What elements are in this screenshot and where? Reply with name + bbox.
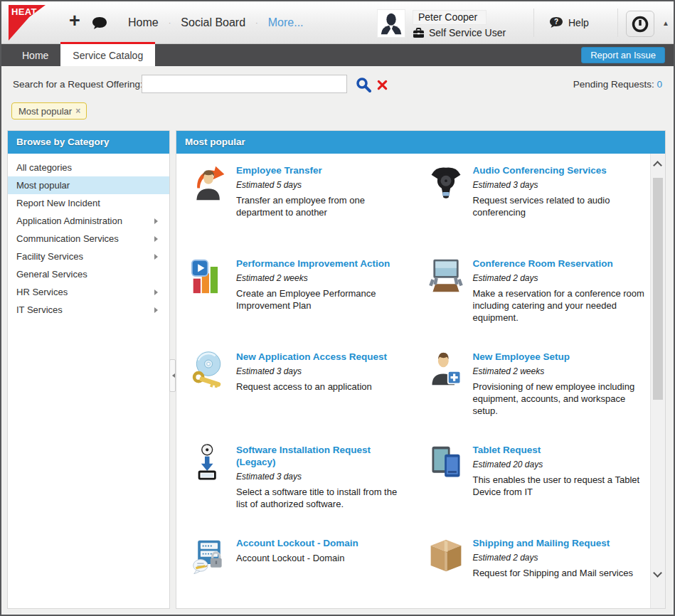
clear-search-button[interactable] — [377, 80, 388, 92]
user-silhouette-icon — [378, 10, 405, 37]
report-an-issue-button[interactable]: Report an Issue — [581, 47, 665, 63]
offering-estimate: Estimated 2 days — [473, 273, 646, 283]
offering-employee-transfer[interactable]: Employee Transfer Estimated 5 days Trans… — [176, 164, 413, 257]
offering-description: Request services related to audio confer… — [473, 195, 646, 219]
offering-new-application-access-request[interactable]: New Application Access Request Estimated… — [176, 351, 413, 444]
offering-performance-improvement-action[interactable]: Performance Improvement Action Estimated… — [176, 257, 413, 351]
offering-title[interactable]: Conference Room Reservation — [473, 258, 646, 270]
search-icon — [356, 77, 371, 92]
offering-title[interactable]: Account Lockout - Domain — [236, 538, 358, 550]
tab-service-catalog[interactable]: Service Catalog — [60, 42, 155, 66]
submenu-arrow-icon — [154, 307, 161, 313]
sidebar-item-general-services[interactable]: General Services — [8, 265, 169, 283]
offering-title[interactable]: Employee Transfer — [236, 165, 409, 177]
conference-room-icon — [427, 257, 464, 294]
offering-description: Provisioning of new employee including e… — [473, 381, 646, 418]
top-menu-home[interactable]: Home — [118, 16, 169, 29]
offering-title[interactable]: Audio Conferencing Services — [473, 165, 646, 177]
clear-x-icon — [377, 80, 388, 90]
offering-title[interactable]: Tablet Request — [473, 445, 646, 457]
scroll-top-arrow[interactable]: ▲ — [662, 19, 669, 27]
sidebar-collapse-handle[interactable] — [169, 359, 176, 392]
offerings-panel: Most popular Employee Transfer Estimated… — [176, 130, 666, 609]
sidebar-item-it-services[interactable]: IT Services — [8, 301, 169, 319]
offering-estimate: Estimated 20 days — [473, 460, 646, 469]
help-button[interactable]: ? Help — [549, 16, 589, 29]
filter-chip-most-popular[interactable]: Most popular × — [11, 102, 87, 120]
heat-logo-text: HEAT — [11, 6, 37, 17]
sidebar-item-facility-services[interactable]: Facility Services — [8, 248, 169, 265]
sidebar-item-hr-services[interactable]: HR Services — [8, 283, 169, 301]
offering-account-lockout-domain[interactable]: Account Lockout - Domain Account Lockout… — [176, 537, 413, 608]
sidebar-item-all-categories[interactable]: All categories — [8, 159, 169, 176]
search-input[interactable] — [142, 75, 347, 93]
user-role: Self Service User — [413, 27, 506, 38]
new-employee-icon — [427, 351, 464, 388]
top-menu: Home · Social Board · More... — [118, 1, 314, 44]
sidebar-title: Browse by Category — [8, 131, 169, 154]
sidebar-item-most-popular[interactable]: Most popular — [8, 176, 169, 194]
sidebar-item-application-administration[interactable]: Application Administration — [8, 212, 169, 230]
chat-bubble-icon[interactable] — [92, 16, 107, 33]
sidebar-item-communication-services[interactable]: Communication Services — [8, 230, 169, 248]
offering-estimate: Estimated 5 days — [236, 180, 409, 190]
add-icon[interactable]: + — [69, 11, 80, 31]
category-label: HR Services — [16, 287, 68, 297]
offering-title[interactable]: New Employee Setup — [473, 351, 646, 363]
offering-shipping-and-mailing-request[interactable]: Shipping and Mailing Request Estimated 2… — [413, 537, 650, 608]
shipping-box-icon — [427, 537, 464, 574]
offering-tablet-request[interactable]: Tablet Request Estimated 20 days This en… — [413, 444, 650, 537]
tab-label: Home — [22, 50, 48, 61]
offerings-scrollbar[interactable] — [650, 154, 665, 608]
help-label: Help — [568, 17, 589, 28]
offering-description: Select a software title to install from … — [236, 487, 409, 511]
offering-description: This enables the user to request a Table… — [473, 474, 646, 499]
chip-close-icon[interactable]: × — [75, 106, 80, 116]
heat-logo[interactable]: HEAT — [9, 5, 46, 41]
offering-software-installation-request-legacy[interactable]: Software Installation Request (Legacy) E… — [176, 444, 413, 537]
software-install-icon — [191, 444, 228, 481]
offerings-panel-title: Most popular — [176, 131, 665, 154]
employee-transfer-icon — [191, 164, 228, 201]
avatar[interactable] — [377, 9, 405, 38]
offering-audio-conferencing-services[interactable]: Audio Conferencing Services Estimated 3 … — [413, 164, 650, 257]
offering-title[interactable]: Shipping and Mailing Request — [473, 538, 633, 550]
logout-power-button[interactable] — [626, 11, 654, 37]
offering-estimate: Estimated 2 weeks — [473, 366, 646, 376]
offering-estimate: Estimated 3 days — [236, 472, 409, 482]
offering-title[interactable]: Performance Improvement Action — [236, 258, 409, 270]
offering-title[interactable]: Software Installation Request (Legacy) — [236, 445, 409, 469]
offering-description: Request for Shipping and Mail services — [473, 568, 633, 580]
offering-title[interactable]: New Application Access Request — [236, 351, 387, 363]
performance-chart-icon — [191, 257, 228, 294]
user-name[interactable]: Peter Cooper — [413, 10, 487, 25]
offering-estimate: Estimated 3 days — [473, 180, 646, 190]
offering-estimate: Estimated 2 weeks — [236, 273, 409, 283]
category-label: Application Administration — [16, 216, 122, 226]
pending-requests-label: Pending Requests: — [573, 79, 657, 90]
offering-estimate: Estimated 3 days — [236, 366, 387, 376]
submenu-arrow-icon — [154, 218, 161, 224]
scrollbar-thumb[interactable] — [653, 178, 663, 400]
pending-requests-count[interactable]: 0 — [657, 79, 662, 90]
sidebar-item-report-new-incident[interactable]: Report New Incident — [8, 194, 169, 212]
top-menu-more[interactable]: More... — [258, 16, 314, 29]
tablet-icon — [427, 444, 464, 481]
top-menu-social-board[interactable]: Social Board — [171, 16, 255, 29]
application-access-icon — [191, 351, 228, 388]
topbar-divider — [533, 9, 534, 37]
scrollbar-down-icon[interactable] — [653, 568, 662, 578]
offering-description: Transfer an employee from one department… — [236, 195, 409, 219]
offering-conference-room-reservation[interactable]: Conference Room Reservation Estimated 2 … — [413, 257, 650, 351]
submenu-arrow-icon — [154, 254, 161, 260]
category-label: Report New Incident — [16, 198, 100, 208]
app-window: HEAT + Home · Social Board · More... Pet… — [0, 0, 675, 616]
account-lockout-icon — [191, 537, 228, 574]
topbar: HEAT + Home · Social Board · More... Pet… — [1, 1, 674, 44]
tab-home[interactable]: Home — [10, 44, 60, 66]
search-button[interactable] — [356, 77, 371, 95]
search-label: Search for a Request Offering: — [13, 79, 143, 90]
offering-new-employee-setup[interactable]: New Employee Setup Estimated 2 weeks Pro… — [413, 351, 650, 444]
tab-label: Service Catalog — [73, 50, 143, 61]
scrollbar-up-icon[interactable] — [653, 161, 662, 170]
